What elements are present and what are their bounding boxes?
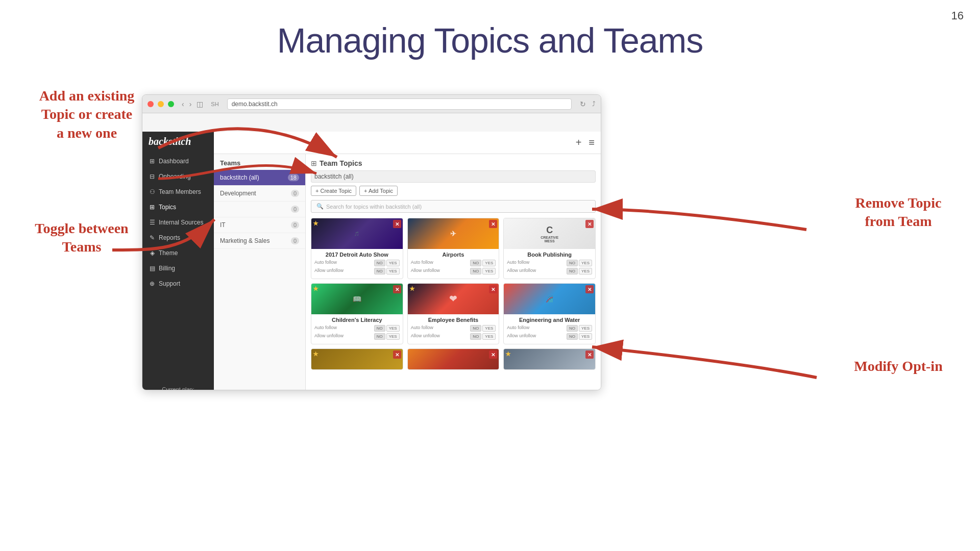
- browser-minimize-btn[interactable]: [158, 101, 164, 107]
- auto-follow-no-airports[interactable]: NO: [470, 260, 481, 266]
- browser-back-btn[interactable]: ‹: [180, 100, 186, 108]
- search-placeholder: Search for topics within backstitch (all…: [326, 204, 422, 210]
- support-icon: ⊕: [149, 280, 156, 287]
- allow-unfollow-no-detroit[interactable]: NO: [374, 268, 385, 274]
- team-members-icon: ⚇: [149, 188, 156, 195]
- auto-follow-yes-airports[interactable]: YES: [482, 260, 496, 266]
- sidebar-item-topics[interactable]: ⊞ Topics: [142, 199, 214, 215]
- sidebar-item-team-members[interactable]: ⚇ Team Members: [142, 184, 214, 199]
- browser-forward-btn[interactable]: ›: [188, 100, 193, 108]
- auto-follow-no-detroit[interactable]: NO: [374, 260, 385, 266]
- dashboard-icon: ⊞: [149, 158, 156, 165]
- allow-unfollow-yes-children[interactable]: YES: [386, 333, 400, 340]
- team-item-marketing[interactable]: Marketing & Sales 0: [214, 233, 305, 249]
- page-number: 16: [951, 9, 964, 22]
- auto-follow-yes-children[interactable]: YES: [386, 325, 400, 332]
- topic-title-detroit: 2017 Detroit Auto Show: [314, 252, 400, 258]
- allow-unfollow-no-book[interactable]: NO: [567, 268, 578, 274]
- browser-nav-btns: ‹ › ◫: [180, 100, 205, 108]
- auto-follow-no-book[interactable]: NO: [567, 260, 578, 266]
- sidebar-item-dashboard[interactable]: ⊞ Dashboard: [142, 154, 214, 169]
- auto-follow-yes-book[interactable]: YES: [579, 260, 592, 266]
- auto-follow-yes-engineering[interactable]: YES: [579, 325, 592, 332]
- star-icon-bottom3: ★: [505, 350, 511, 358]
- star-icon-detroit: ★: [313, 220, 318, 227]
- team-item-backstitch[interactable]: backstitch (all) 18: [214, 170, 305, 186]
- sidebar-item-internal-sources[interactable]: ☰ Internal Sources: [142, 215, 214, 230]
- topic-card-img-bottom1: ★ ✕: [311, 349, 403, 369]
- allow-unfollow-yes-airports[interactable]: YES: [482, 268, 496, 274]
- remove-topic-detroit[interactable]: ✕: [393, 220, 401, 228]
- remove-topic-book[interactable]: ✕: [585, 220, 594, 228]
- browser-window: ‹ › ◫ SH demo.backstit.ch ↻ ⤴ backstitch…: [142, 94, 601, 390]
- topics-panel: ⊞ Team Topics backstitch (all) + Create …: [306, 154, 601, 390]
- topic-card-img-children: ★ ✕ 📖: [311, 284, 403, 314]
- sidebar-item-support[interactable]: ⊕ Support: [142, 276, 214, 291]
- browser-maximize-btn[interactable]: [168, 101, 174, 107]
- topics-header-row: ⊞ Team Topics: [311, 159, 596, 167]
- topic-title-benefits: Employee Benefits: [411, 317, 496, 323]
- remove-topic-engineering[interactable]: ✕: [585, 285, 594, 293]
- browser-view-btn[interactable]: ◫: [195, 100, 205, 108]
- allow-unfollow-no-benefits[interactable]: NO: [470, 333, 481, 340]
- browser-main: Teams backstitch (all) 18 Development 0 …: [214, 154, 601, 390]
- sidebar-item-billing[interactable]: ▤ Billing: [142, 261, 214, 276]
- topic-title-children: Children's Literacy: [314, 317, 400, 323]
- browser-inner: backstitch ⊞ Dashboard ⊟ Onboarding ⚇ Te…: [142, 113, 601, 390]
- allow-unfollow-yes-benefits[interactable]: YES: [482, 333, 496, 340]
- allow-unfollow-yes-book[interactable]: YES: [579, 268, 592, 274]
- topic-card-img-book: ✕ C CREATIVE MESS: [504, 218, 595, 249]
- topics-panel-title: Team Topics: [320, 159, 362, 167]
- remove-topic-bottom3[interactable]: ✕: [585, 350, 594, 359]
- annotation-topleft: Add an existing Topic or create a new on…: [15, 87, 158, 142]
- allow-unfollow-yes-engineering[interactable]: YES: [579, 333, 592, 340]
- remove-topic-benefits[interactable]: ✕: [489, 285, 497, 293]
- sidebar-item-reports[interactable]: ✎ Reports: [142, 230, 214, 245]
- remove-topic-bottom2[interactable]: ✕: [489, 350, 497, 359]
- team-item-empty[interactable]: 0: [214, 202, 305, 217]
- team-item-it[interactable]: IT 0: [214, 217, 305, 233]
- remove-topic-children[interactable]: ✕: [393, 285, 401, 293]
- star-icon-children: ★: [313, 285, 318, 292]
- browser-close-btn[interactable]: [148, 101, 154, 107]
- create-topic-button[interactable]: + Create Topic: [311, 186, 356, 196]
- team-count: 0: [291, 237, 299, 244]
- allow-unfollow-no-airports[interactable]: NO: [470, 268, 481, 274]
- auto-follow-no-children[interactable]: NO: [374, 325, 385, 332]
- remove-topic-bottom1[interactable]: ✕: [393, 350, 401, 359]
- auto-follow-no-benefits[interactable]: NO: [470, 325, 481, 332]
- star-icon-benefits: ★: [409, 285, 415, 292]
- annotation-bottomright: Modify Opt-in: [827, 357, 970, 375]
- allow-unfollow-no-engineering[interactable]: NO: [567, 333, 578, 340]
- browser-refresh-icon[interactable]: ↻: [580, 100, 586, 108]
- star-icon-bottom1: ★: [313, 350, 318, 358]
- search-bar[interactable]: 🔍 Search for topics within backstitch (a…: [311, 200, 596, 213]
- current-plan: Current plan: Business: [142, 379, 214, 390]
- auto-follow-yes-benefits[interactable]: YES: [482, 325, 496, 332]
- auto-follow-no-engineering[interactable]: NO: [567, 325, 578, 332]
- allow-unfollow-no-children[interactable]: NO: [374, 333, 385, 340]
- teams-header: Teams: [214, 154, 305, 170]
- team-item-development[interactable]: Development 0: [214, 186, 305, 202]
- team-count: 0: [291, 206, 299, 213]
- topic-card-childrens-literacy: ★ ✕ 📖 Children's Literacy Auto follow NO…: [311, 283, 403, 344]
- internal-sources-icon: ☰: [149, 219, 156, 226]
- browser-url-bar[interactable]: demo.backstit.ch: [227, 98, 572, 110]
- add-button[interactable]: +: [576, 137, 582, 148]
- topic-card-airports: ✕ ✈ Airports Auto follow NO YES: [407, 218, 500, 279]
- team-count: 18: [288, 174, 299, 181]
- browser-toolbar: ‹ › ◫ SH demo.backstit.ch ↻ ⤴: [142, 95, 601, 113]
- add-topic-button[interactable]: + Add Topic: [359, 186, 398, 196]
- sidebar-item-theme[interactable]: ◈ Theme: [142, 245, 214, 261]
- browser-share-icon[interactable]: ⤴: [592, 100, 596, 108]
- remove-topic-airports[interactable]: ✕: [489, 220, 497, 228]
- auto-follow-yes-detroit[interactable]: YES: [386, 260, 400, 266]
- topics-icon: ⊞: [149, 204, 156, 211]
- sidebar-item-onboarding[interactable]: ⊟ Onboarding: [142, 169, 214, 184]
- menu-button[interactable]: ≡: [589, 137, 595, 148]
- team-count: 0: [291, 221, 299, 229]
- allow-unfollow-yes-detroit[interactable]: YES: [386, 268, 400, 274]
- theme-icon: ◈: [149, 249, 156, 257]
- topic-card-img-detroit: ★ ✕ 🎵: [311, 218, 403, 249]
- browser-sidebar: backstitch ⊞ Dashboard ⊟ Onboarding ⚇ Te…: [142, 132, 214, 390]
